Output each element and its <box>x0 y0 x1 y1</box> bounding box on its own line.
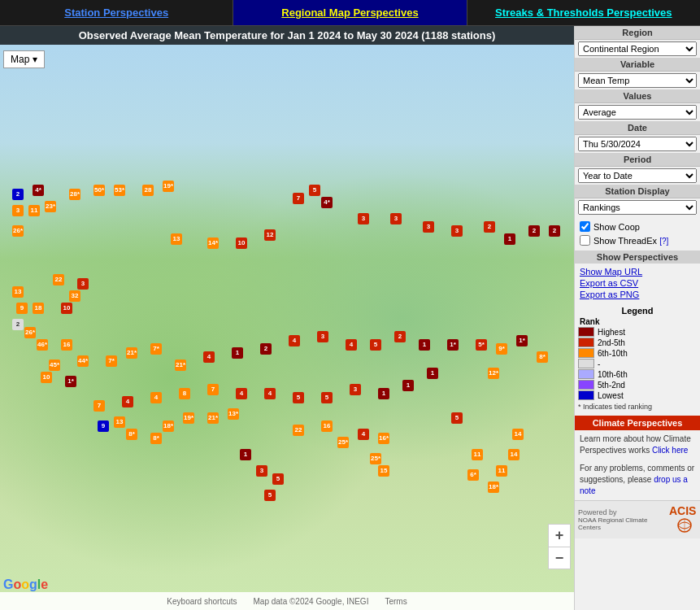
station-marker[interactable]: 19* <box>163 181 174 192</box>
station-marker[interactable]: 5 <box>264 490 276 501</box>
station-marker[interactable]: 3 <box>390 213 402 224</box>
station-marker[interactable]: 7 <box>293 193 304 204</box>
station-marker[interactable]: 13 <box>171 233 182 245</box>
keyboard-shortcuts[interactable]: Keyboard shortcuts <box>167 597 237 606</box>
station-marker[interactable]: 8* <box>537 351 548 363</box>
station-marker[interactable]: 4 <box>150 392 162 403</box>
station-marker[interactable]: 7* <box>150 343 162 355</box>
station-marker[interactable]: 7* <box>106 355 117 367</box>
station-marker[interactable]: 50* <box>93 185 105 196</box>
nav-streaks-thresholds[interactable]: Streaks & Thresholds Perspectives <box>467 0 700 25</box>
station-marker[interactable]: 3 <box>358 213 369 224</box>
station-marker[interactable]: 4 <box>358 429 369 440</box>
station-marker[interactable]: 10 <box>61 303 72 314</box>
station-marker[interactable]: 9 <box>16 303 28 314</box>
station-marker[interactable]: 16* <box>378 433 389 444</box>
zoom-in-button[interactable]: + <box>548 524 571 547</box>
station-marker[interactable]: 21* <box>126 347 137 359</box>
values-select[interactable]: Average <box>578 105 697 120</box>
station-marker[interactable]: 15 <box>378 465 389 477</box>
station-marker[interactable]: 5 <box>451 412 463 424</box>
station-marker[interactable]: 11 <box>28 205 40 216</box>
station-marker[interactable]: 4 <box>236 388 247 399</box>
station-marker[interactable]: 13 <box>114 416 125 428</box>
station-marker[interactable]: 3 <box>423 221 434 233</box>
station-marker[interactable]: 1 <box>240 449 251 460</box>
station-marker[interactable]: 2 <box>12 319 24 330</box>
station-marker[interactable]: 8* <box>150 433 162 444</box>
station-marker[interactable]: 7 <box>93 400 105 412</box>
climate-link[interactable]: Click here <box>652 446 688 455</box>
station-marker[interactable]: 9 <box>98 420 109 432</box>
station-marker[interactable]: 45* <box>49 359 60 371</box>
station-marker[interactable]: 12* <box>488 368 499 379</box>
map-type-button[interactable]: Map ▾ <box>3 50 45 68</box>
zoom-out-button[interactable]: − <box>548 547 571 569</box>
show-coop-label[interactable]: Show Coop <box>593 222 640 232</box>
region-select[interactable]: Continental Region <box>578 41 697 56</box>
station-marker[interactable]: 1 <box>504 233 515 245</box>
export-png-link[interactable]: Export as PNG <box>580 290 695 299</box>
station-marker[interactable]: 4 <box>264 388 276 399</box>
station-marker[interactable]: 1 <box>427 368 438 379</box>
station-marker[interactable]: 3 <box>317 331 328 342</box>
station-marker[interactable]: 16 <box>321 420 333 432</box>
station-marker[interactable]: 2 <box>12 189 24 200</box>
period-select[interactable]: Year to Date <box>578 168 697 183</box>
station-display-select[interactable]: Rankings <box>578 200 697 215</box>
station-marker[interactable]: 26* <box>24 327 36 338</box>
station-marker[interactable]: 32 <box>69 290 80 302</box>
station-marker[interactable]: 9* <box>496 343 507 355</box>
station-marker[interactable]: 3 <box>12 205 24 216</box>
station-marker[interactable]: 12 <box>264 229 276 241</box>
show-threadex-checkbox[interactable] <box>580 235 590 246</box>
station-marker[interactable]: 6* <box>467 469 479 481</box>
station-marker[interactable]: 8 <box>179 388 190 399</box>
station-marker[interactable]: 16 <box>61 339 72 351</box>
station-marker[interactable]: 18* <box>163 420 174 432</box>
date-select[interactable]: Thu 5/30/2024 <box>578 137 697 151</box>
station-marker[interactable]: 2 <box>549 225 560 237</box>
station-marker[interactable]: 1* <box>447 339 459 351</box>
station-marker[interactable]: 14 <box>508 449 520 460</box>
station-marker[interactable]: 19* <box>183 412 194 424</box>
station-marker[interactable]: 13 <box>12 286 24 298</box>
station-marker[interactable]: 3 <box>451 225 463 237</box>
station-marker[interactable]: 1 <box>232 347 243 359</box>
nav-station-perspectives[interactable]: Station Perspectives <box>0 0 233 25</box>
station-marker[interactable]: 23* <box>45 201 56 212</box>
export-csv-link[interactable]: Export as CSV <box>580 278 695 288</box>
station-marker[interactable]: 2 <box>528 225 540 237</box>
station-marker[interactable]: 10 <box>41 372 52 383</box>
station-marker[interactable]: 3 <box>256 465 267 477</box>
station-marker[interactable]: 5 <box>293 392 304 403</box>
station-marker[interactable]: 5 <box>272 473 284 485</box>
station-marker[interactable]: 13* <box>228 408 239 420</box>
station-marker[interactable]: 4 <box>289 335 300 346</box>
station-marker[interactable]: 1 <box>402 380 414 391</box>
station-marker[interactable]: 25* <box>337 437 349 448</box>
station-marker[interactable]: 5 <box>370 339 381 351</box>
station-marker[interactable]: 53* <box>114 185 125 196</box>
station-marker[interactable]: 4 <box>346 339 357 351</box>
station-marker[interactable]: 4 <box>203 351 215 363</box>
station-marker[interactable]: 2 <box>484 221 495 233</box>
station-marker[interactable]: 4* <box>33 185 44 196</box>
station-marker[interactable]: 8* <box>126 429 137 440</box>
station-marker[interactable]: 1* <box>516 335 528 346</box>
station-marker[interactable]: 5 <box>321 392 333 403</box>
show-threadex-label[interactable]: Show ThreadEx [?] <box>593 236 668 246</box>
station-marker[interactable]: 21* <box>175 359 186 371</box>
station-marker[interactable]: 21* <box>207 412 219 424</box>
station-marker[interactable]: 22 <box>53 274 64 285</box>
station-marker[interactable]: 2 <box>394 331 406 342</box>
variable-select[interactable]: Mean Temp <box>578 73 697 88</box>
station-marker[interactable]: 2 <box>260 343 272 355</box>
station-marker[interactable]: 10 <box>236 237 247 249</box>
station-marker[interactable]: 28* <box>69 189 80 200</box>
station-marker[interactable]: 44* <box>77 355 89 367</box>
station-marker[interactable]: 1* <box>65 376 76 387</box>
nav-regional-map[interactable]: Regional Map Perspectives <box>233 0 467 25</box>
station-marker[interactable]: 3 <box>350 384 361 395</box>
station-marker[interactable]: 7 <box>207 384 219 395</box>
